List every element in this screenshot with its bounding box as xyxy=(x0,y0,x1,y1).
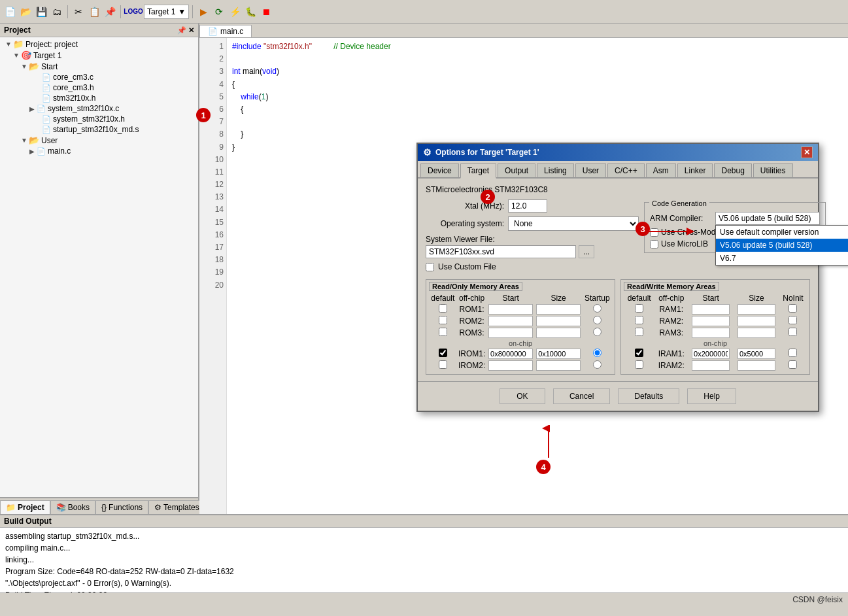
rebuild-icon[interactable]: ⟳ xyxy=(212,5,226,19)
dropdown-v6[interactable]: V6.7 xyxy=(716,252,848,265)
os-select[interactable]: None xyxy=(508,216,639,231)
rom2-startup[interactable] xyxy=(593,316,602,324)
irom1-size[interactable] xyxy=(536,349,581,359)
iram2-start[interactable] xyxy=(692,360,730,371)
irom2-size[interactable] xyxy=(536,360,581,371)
help-button[interactable]: Help xyxy=(687,388,736,404)
ram2-size[interactable] xyxy=(738,316,775,326)
ok-button[interactable]: OK xyxy=(500,388,545,404)
tree-file-main[interactable]: ▶ 📄 main.c xyxy=(1,146,197,156)
microlib-checkbox[interactable] xyxy=(650,240,658,248)
debug-icon[interactable]: 🐛 xyxy=(243,5,258,19)
cut-icon[interactable]: ✂ xyxy=(71,5,86,19)
ram2-start[interactable] xyxy=(692,316,730,326)
sv-browse-button[interactable]: ... xyxy=(579,245,594,258)
iram1-start[interactable] xyxy=(692,349,730,359)
dialog-tab-cc[interactable]: C/C++ xyxy=(607,163,645,177)
rom1-start[interactable] xyxy=(488,304,533,315)
options-dialog[interactable]: ⚙ Options for Target 'Target 1' ✕ Device… xyxy=(416,143,819,412)
ram2-noinit[interactable] xyxy=(789,316,797,324)
save-icon[interactable]: 💾 xyxy=(34,5,48,19)
irom2-start[interactable] xyxy=(488,360,533,371)
ram1-default-cb[interactable] xyxy=(635,304,643,313)
iram1-size[interactable] xyxy=(738,349,775,359)
target-dropdown[interactable]: Target 1 ▼ xyxy=(144,5,189,19)
rom1-size[interactable] xyxy=(536,304,581,315)
flash-icon[interactable]: ⚡ xyxy=(228,5,242,19)
tree-file-startup[interactable]: 📄 startup_stm32f10x_md.s xyxy=(1,124,197,135)
open-icon[interactable]: 📂 xyxy=(18,5,33,19)
ram3-start[interactable] xyxy=(692,328,730,338)
tree-root[interactable]: ▼ 📁 Project: project xyxy=(1,39,197,50)
pin-icon[interactable]: 📌 xyxy=(177,26,186,35)
dialog-tab-asm[interactable]: Asm xyxy=(646,163,676,177)
tab-templates[interactable]: ⚙ Templates xyxy=(148,500,205,514)
rom3-size[interactable] xyxy=(536,328,581,338)
tab-books[interactable]: 📚 Books xyxy=(50,500,95,514)
tree-file-system_stm32c[interactable]: ▶ 📄 system_stm32f10x.c xyxy=(1,103,197,114)
ram3-size[interactable] xyxy=(738,328,775,338)
dialog-tab-output[interactable]: Output xyxy=(498,163,535,177)
build-icon[interactable]: ▶ xyxy=(196,5,211,19)
irom1-default-cb[interactable] xyxy=(439,349,447,357)
tab-project[interactable]: 📁 Project xyxy=(0,500,50,514)
rom3-start[interactable] xyxy=(488,328,533,338)
expand-main[interactable]: ▶ xyxy=(27,148,37,155)
ram2-default-cb[interactable] xyxy=(635,316,643,324)
iram2-size[interactable] xyxy=(738,360,775,371)
tree-start-folder[interactable]: ▼ 📂 Start xyxy=(1,61,197,72)
dialog-tab-utilities[interactable]: Utilities xyxy=(753,163,793,177)
stop-icon[interactable]: ⏹ xyxy=(259,5,273,19)
irom1-startup[interactable] xyxy=(593,349,602,357)
expand-system_c[interactable]: ▶ xyxy=(27,105,37,112)
irom2-startup[interactable] xyxy=(593,360,602,369)
tree-file-stm32f10xh[interactable]: 📄 stm32f10x.h xyxy=(1,93,197,103)
dialog-tab-listing[interactable]: Listing xyxy=(537,163,574,177)
tree-file-core_cm3c[interactable]: 📄 core_cm3.c xyxy=(1,72,197,82)
ram3-default-cb[interactable] xyxy=(635,328,643,336)
dialog-close-button[interactable]: ✕ xyxy=(801,146,813,158)
paste-icon[interactable]: 📌 xyxy=(103,5,117,19)
rom2-default-cb[interactable] xyxy=(439,316,447,324)
close-panel-icon[interactable]: ✕ xyxy=(188,26,194,35)
rom1-default-cb[interactable] xyxy=(439,304,447,313)
editor-tab-main[interactable]: 📄 main.c xyxy=(199,25,252,37)
rom1-startup[interactable] xyxy=(593,304,602,313)
expand-target1[interactable]: ▼ xyxy=(12,52,21,59)
ram1-noinit[interactable] xyxy=(789,304,797,313)
custom-file-checkbox[interactable] xyxy=(426,263,434,271)
compiler-select[interactable]: V5.06 update 5 (build 528) V6.7 xyxy=(715,212,820,225)
tab-functions[interactable]: {} Functions xyxy=(95,500,148,514)
cancel-button[interactable]: Cancel xyxy=(553,388,610,404)
dropdown-default-version[interactable]: Use default compiler version xyxy=(716,226,848,239)
rom2-start[interactable] xyxy=(488,316,533,326)
irom1-start[interactable] xyxy=(488,349,533,359)
ram1-start[interactable] xyxy=(692,304,730,315)
iram1-default-cb[interactable] xyxy=(635,349,643,357)
save-all-icon[interactable]: 🗂 xyxy=(50,5,64,19)
ram3-noinit[interactable] xyxy=(789,328,797,336)
tree-target1[interactable]: ▼ 🎯 Target 1 xyxy=(1,50,197,61)
copy-icon[interactable]: 📋 xyxy=(87,5,101,19)
iram1-noinit[interactable] xyxy=(789,349,797,357)
compiler-dropdown[interactable]: Use default compiler version V5.06 updat… xyxy=(715,225,848,265)
dialog-tab-user[interactable]: User xyxy=(575,163,606,177)
sv-input[interactable] xyxy=(426,245,576,258)
dialog-tab-linker[interactable]: Linker xyxy=(677,163,713,177)
defaults-button[interactable]: Defaults xyxy=(618,388,679,404)
dropdown-v5[interactable]: V5.06 update 5 (build 528) xyxy=(716,239,848,252)
xtal-input[interactable] xyxy=(508,199,547,213)
irom2-default-cb[interactable] xyxy=(439,360,447,369)
iram2-noinit[interactable] xyxy=(789,360,797,369)
rom2-size[interactable] xyxy=(536,316,581,326)
new-icon[interactable]: 📄 xyxy=(3,5,17,19)
dialog-tab-device[interactable]: Device xyxy=(420,163,459,177)
cross-mod-checkbox[interactable] xyxy=(650,228,658,237)
iram2-default-cb[interactable] xyxy=(635,360,643,369)
tree-file-core_cm3h[interactable]: 📄 core_cm3.h xyxy=(1,82,197,93)
dialog-tab-debug[interactable]: Debug xyxy=(714,163,751,177)
expand-root[interactable]: ▼ xyxy=(4,41,13,48)
tree-file-system_stm32h[interactable]: 📄 system_stm32f10x.h xyxy=(1,114,197,124)
rom3-startup[interactable] xyxy=(593,328,602,336)
tree-user-folder[interactable]: ▼ 📂 User xyxy=(1,135,197,146)
